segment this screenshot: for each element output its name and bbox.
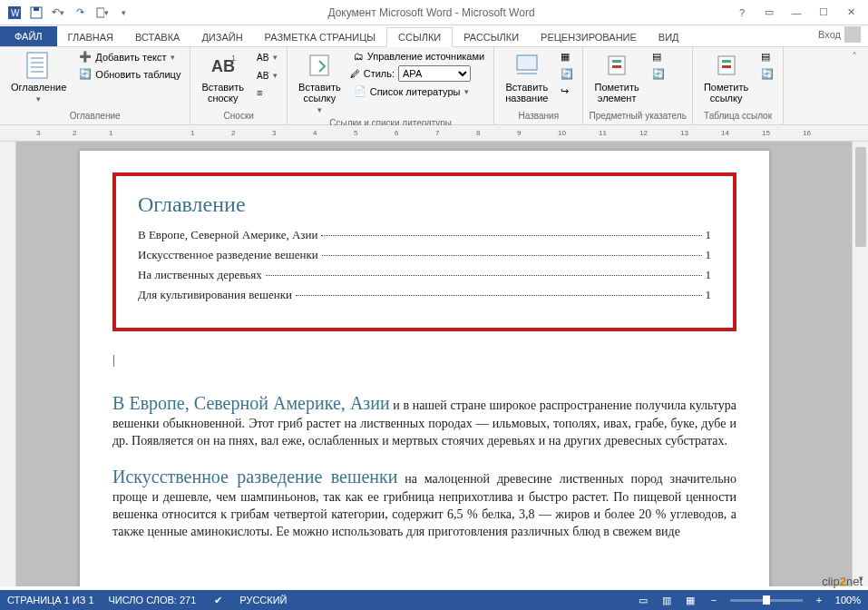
zoom-thumb[interactable]	[763, 595, 770, 605]
vertical-scrollbar[interactable]: ▴ ▾	[852, 142, 868, 586]
tab-insert[interactable]: ВСТАВКА	[124, 28, 190, 46]
zoom-level[interactable]: 100%	[835, 595, 861, 605]
read-mode-icon[interactable]: ▭	[636, 594, 650, 606]
toc-row[interactable]: Для культивирования вешенки 1	[138, 288, 711, 302]
toc-leader	[322, 255, 702, 256]
tab-design[interactable]: ДИЗАЙН	[190, 28, 253, 46]
insert-caption-button[interactable]: Вставить название	[500, 49, 553, 105]
add-text-button[interactable]: ➕ Добавить текст ▾	[75, 49, 184, 64]
print-layout-icon[interactable]: ▥	[659, 594, 674, 606]
next-footnote-button[interactable]: AB'▾	[253, 67, 281, 84]
ribbon-group-citations: Вставить ссылку ▾ 🗂 Управление источника…	[288, 47, 494, 124]
toc-row[interactable]: Искусственное разведение вешенки 1	[138, 248, 711, 262]
insert-endnote-button[interactable]: AB¹▾	[253, 49, 281, 65]
tab-view[interactable]: ВИД	[648, 28, 690, 46]
scroll-thumb[interactable]	[855, 147, 866, 247]
insert-index-icon: ▤	[652, 51, 661, 63]
insert-authorities-button[interactable]: ▤	[757, 49, 777, 64]
toc-row[interactable]: В Европе, Северной Америке, Азии 1	[138, 228, 711, 242]
insert-toc-button[interactable]: Оглавление ▾	[5, 49, 72, 105]
refresh-icon: 🔄	[79, 68, 92, 80]
tab-references[interactable]: ССЫЛКИ	[386, 27, 453, 47]
toc-leader	[266, 275, 702, 276]
zoom-out-icon[interactable]: −	[707, 594, 721, 606]
redo-icon[interactable]: ↷	[73, 5, 87, 20]
ribbon-options-icon[interactable]: ▭	[756, 4, 783, 22]
bibliography-icon: 📄	[354, 85, 366, 97]
mark-citation-icon	[712, 51, 741, 80]
watermark: clip2net	[822, 575, 863, 588]
mark-entry-button[interactable]: Пометить элемент	[589, 49, 644, 105]
insert-footnote-button[interactable]: AB1 Вставить сноску	[196, 49, 249, 105]
save-icon[interactable]	[29, 5, 44, 20]
vertical-ruler[interactable]	[0, 142, 16, 586]
insert-table-figures-button[interactable]: ▦	[557, 49, 577, 64]
web-layout-icon[interactable]: ▦	[683, 594, 697, 606]
manage-sources-button[interactable]: 🗂 Управление источниками	[350, 49, 488, 64]
update-index-button[interactable]: 🔄	[649, 66, 668, 82]
insert-footnote-label: Вставить сноску	[201, 82, 244, 103]
svg-text:AB': AB'	[257, 71, 269, 81]
insert-citation-button[interactable]: Вставить ссылку ▾	[293, 49, 346, 116]
tab-home[interactable]: ГЛАВНАЯ	[57, 28, 124, 46]
page-scroll[interactable]: Оглавление В Европе, Северной Америке, А…	[16, 142, 852, 586]
horizontal-ruler[interactable]: 3 2 1 1 2 3 4 5 6 7 8 9 10 11 12 13 14 1…	[0, 125, 868, 142]
collapse-ribbon-icon[interactable]: ˄	[789, 49, 863, 65]
update-authorities-button[interactable]: 🔄	[757, 66, 777, 82]
bibliography-label: Список литературы	[370, 86, 461, 97]
qat-customize-icon[interactable]: ▾	[116, 5, 131, 20]
update-table-button[interactable]: 🔄 Обновить таблицу	[75, 66, 184, 82]
zoom-slider[interactable]	[730, 599, 803, 602]
citation-style-row: 🖉 Стиль: APA	[350, 65, 488, 82]
authorities-icon: ▤	[761, 51, 770, 63]
close-button[interactable]: ✕	[837, 4, 864, 22]
status-page[interactable]: СТРАНИЦА 1 ИЗ 1	[7, 595, 94, 605]
maximize-button[interactable]: ☐	[810, 4, 837, 22]
help-icon[interactable]: ?	[728, 4, 756, 22]
add-text-icon: ➕	[79, 51, 92, 63]
ribbon-group-index: Пометить элемент ▤ 🔄 Предметный указател…	[583, 47, 692, 124]
tab-file[interactable]: ФАЙЛ	[0, 26, 57, 46]
sign-in[interactable]: Вход	[811, 23, 868, 46]
status-word-count[interactable]: ЧИСЛО СЛОВ: 271	[109, 595, 197, 605]
caption-icon	[512, 51, 541, 80]
status-language[interactable]: РУССКИЙ	[239, 595, 287, 605]
ribbon-group-captions: Вставить название ▦ 🔄 ↪ Названия	[494, 47, 583, 124]
insert-citation-label: Вставить ссылку	[298, 82, 341, 103]
touch-mode-icon[interactable]: ▾	[94, 5, 109, 20]
undo-icon[interactable]: ↶▾	[51, 5, 65, 20]
tab-review[interactable]: РЕЦЕНЗИРОВАНИЕ	[530, 28, 648, 46]
table-figures-icon: ▦	[561, 51, 570, 63]
tab-mailings[interactable]: РАССЫЛКИ	[453, 28, 530, 46]
text-cursor[interactable]	[112, 353, 736, 369]
svg-rect-19	[612, 65, 621, 68]
manage-sources-label: Управление источниками	[367, 51, 484, 62]
avatar-icon	[844, 26, 861, 43]
group-label: Таблица ссылок	[698, 109, 777, 123]
zoom-in-icon[interactable]: +	[812, 594, 826, 606]
minimize-button[interactable]: —	[783, 4, 810, 22]
mark-citation-button[interactable]: Пометить ссылку	[698, 49, 754, 105]
cross-reference-button[interactable]: ↪	[557, 84, 577, 99]
paragraph[interactable]: В Европе, Северной Америке, Азии и в наш…	[112, 391, 736, 450]
spellcheck-icon[interactable]: ✔	[210, 594, 225, 606]
insert-caption-label: Вставить название	[505, 82, 548, 103]
page[interactable]: Оглавление В Европе, Северной Америке, А…	[80, 151, 769, 586]
paragraph[interactable]: Искусственное разведение вешенки на мало…	[112, 465, 736, 541]
ribbon-group-authorities: Пометить ссылку ▤ 🔄 Таблица ссылок	[693, 47, 784, 124]
bibliography-button[interactable]: 📄 Список литературы ▾	[350, 84, 488, 99]
toc-row[interactable]: На лиственных деревьях 1	[138, 268, 711, 282]
status-bar: СТРАНИЦА 1 ИЗ 1 ЧИСЛО СЛОВ: 271 ✔ РУССКИ…	[0, 590, 868, 610]
citation-style-select[interactable]: APA	[398, 65, 471, 82]
show-notes-button[interactable]: ≡	[253, 85, 281, 100]
insert-index-button[interactable]: ▤	[649, 49, 668, 64]
heading-2: Искусственное разведение вешенки	[112, 467, 397, 487]
ribbon: Оглавление ▾ ➕ Добавить текст ▾ 🔄 Обнови…	[0, 47, 868, 125]
svg-rect-18	[612, 60, 621, 63]
svg-text:AB¹: AB¹	[257, 53, 269, 63]
insert-toc-label: Оглавление	[11, 82, 66, 93]
group-label: Предметный указатель	[589, 109, 686, 123]
tab-layout[interactable]: РАЗМЕТКА СТРАНИЦЫ	[254, 28, 386, 46]
svg-rect-21	[722, 60, 731, 63]
update-table-figures-button[interactable]: 🔄	[557, 66, 577, 82]
